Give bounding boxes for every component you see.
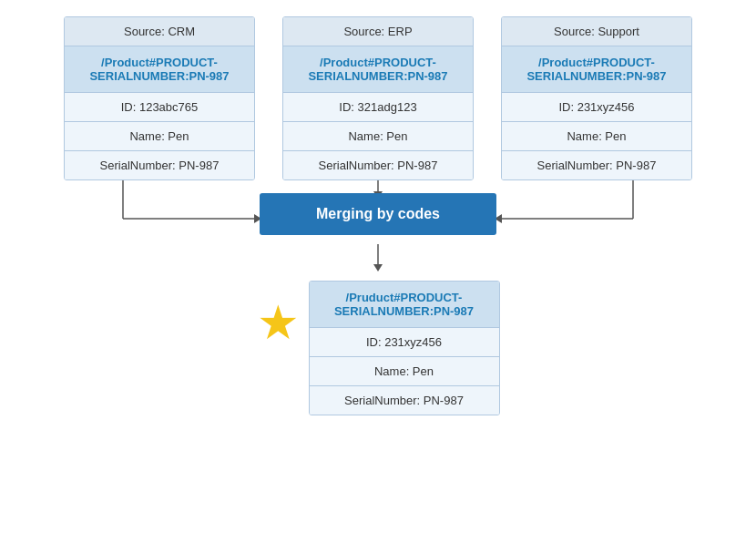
source-card-erp: Source: ERP /Product#PRODUCT-SERIALNUMBE… <box>282 16 474 180</box>
source-card-support: Source: Support /Product#PRODUCT-SERIALN… <box>501 16 692 180</box>
source-code-erp: /Product#PRODUCT-SERIALNUMBER:PN-987 <box>283 46 473 93</box>
source-field-crm-serial: SerialNumber: PN-987 <box>65 151 254 179</box>
bottom-section: ★ /Pruduct#PRODUCT-SERIALNUMBER:PN-987 I… <box>0 272 756 415</box>
source-header-erp: Source: ERP <box>283 17 473 46</box>
source-field-erp-id: ID: 321adg123 <box>283 93 473 122</box>
result-card: /Pruduct#PRODUCT-SERIALNUMBER:PN-987 ID:… <box>309 281 500 415</box>
source-field-crm-name: Name: Pen <box>65 122 254 151</box>
result-code: /Pruduct#PRODUCT-SERIALNUMBER:PN-987 <box>310 282 499 328</box>
source-code-crm: /Product#PRODUCT-SERIALNUMBER:PN-987 <box>65 46 254 93</box>
source-card-crm: Source: CRM /Product#PRODUCT-SERIALNUMBE… <box>64 16 255 180</box>
source-field-support-name: Name: Pen <box>502 122 691 151</box>
svg-marker-9 <box>373 264 383 272</box>
source-field-support-serial: SerialNumber: PN-987 <box>502 151 691 179</box>
down-arrow-container <box>0 244 756 272</box>
source-code-support: /Product#PRODUCT-SERIALNUMBER:PN-987 <box>502 46 691 93</box>
result-field-serial: SerialNumber: PN-987 <box>310 386 499 415</box>
star-icon: ★ <box>257 299 300 346</box>
source-header-crm: Source: CRM <box>65 17 254 46</box>
source-field-crm-id: ID: 123abc765 <box>65 93 254 122</box>
merge-box: Merging by codes <box>260 193 496 235</box>
middle-section: Merging by codes <box>0 180 756 244</box>
source-field-erp-serial: SerialNumber: PN-987 <box>283 151 473 179</box>
source-header-support: Source: Support <box>502 17 691 46</box>
result-field-id: ID: 231xyz456 <box>310 328 499 357</box>
source-field-support-id: ID: 231xyz456 <box>502 93 691 122</box>
source-field-erp-name: Name: Pen <box>283 122 473 151</box>
down-arrow-svg <box>369 244 387 272</box>
result-field-name: Name: Pen <box>310 357 499 386</box>
source-cards-row: Source: CRM /Product#PRODUCT-SERIALNUMBE… <box>0 16 756 180</box>
diagram: Source: CRM /Product#PRODUCT-SERIALNUMBE… <box>0 0 756 543</box>
